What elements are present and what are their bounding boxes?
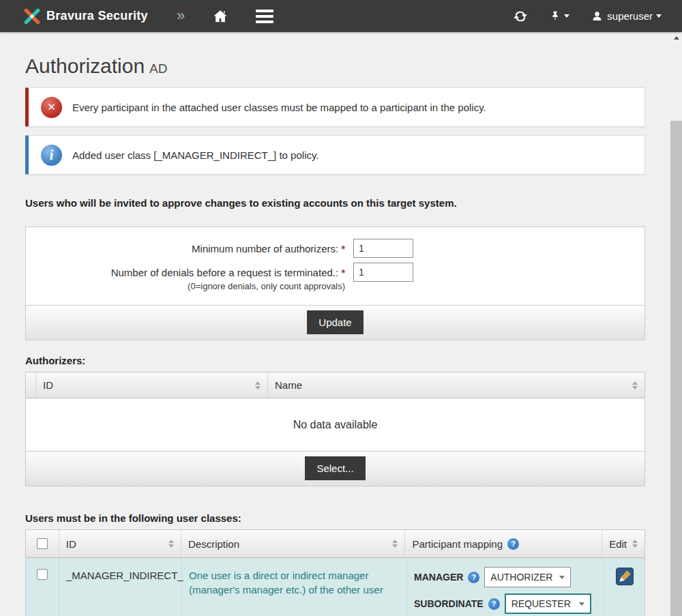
min-authorizers-row: Minimum number of authorizers:* (26, 239, 644, 258)
info-icon: i (41, 145, 62, 166)
authorizers-table-header: ID Name (26, 372, 644, 398)
home-icon[interactable] (212, 9, 228, 24)
user-caret-icon (656, 14, 662, 18)
user-menu[interactable]: superuser (591, 10, 662, 22)
settings-footer: Update (26, 305, 644, 340)
user-class-description: One user is a direct or indirect manager… (181, 558, 406, 616)
denials-hint: (0=ignore denials, only count approvals) (26, 281, 345, 293)
error-icon: ✕ (41, 97, 62, 118)
empty-table-message: No data available (26, 398, 644, 451)
min-authorizers-input[interactable] (353, 239, 413, 258)
authorizers-label: Authorizers: (25, 355, 645, 366)
sort-icon[interactable] (163, 540, 174, 548)
brand-name: Bravura Security (46, 9, 148, 23)
edit-cell (604, 558, 644, 616)
column-header-participant-mapping: Participant mapping ? (404, 530, 602, 557)
denials-row: Number of denials before a request is te… (26, 263, 644, 292)
help-icon[interactable]: ? (507, 538, 519, 550)
manager-mapping-row: MANAGER ? AUTHORIZER (414, 567, 597, 587)
sort-icon[interactable] (250, 381, 261, 390)
page-title-text: Authorization (25, 55, 145, 77)
column-header-id[interactable]: ID (35, 372, 267, 398)
edit-row-icon[interactable] (616, 568, 634, 616)
row-checkbox[interactable] (37, 569, 48, 580)
column-header-id[interactable]: ID (59, 530, 181, 557)
select-all-checkbox[interactable] (37, 538, 48, 549)
expand-breadcrumb-icon[interactable]: » (177, 7, 185, 25)
scrollbar-thumb[interactable] (670, 121, 682, 616)
chevron-down-icon (559, 576, 565, 579)
manager-label: MANAGER (414, 572, 463, 583)
spacer-column (26, 372, 35, 398)
bravura-logo-icon (23, 8, 41, 25)
user-classes-table: ID Description Participant mapping ? Edi… (25, 529, 645, 616)
help-icon[interactable]: ? (468, 572, 479, 583)
subordinate-label: SUBORDINATE (414, 598, 484, 609)
subordinate-mapping-row: SUBORDINATE ? REQUESTER (414, 593, 597, 614)
user-classes-label: Users must be in the following user clas… (25, 512, 645, 524)
app-window: Bravura Security » (0, 0, 682, 616)
authorizer-settings-panel: Minimum number of authorizers:* Number o… (25, 226, 645, 340)
error-alert-text: Every participant in the attached user c… (72, 102, 486, 113)
sort-icon[interactable] (627, 540, 638, 548)
info-alert-text: Added user class [_MANAGER_INDIRECT_] to… (72, 149, 319, 161)
select-authorizers-button[interactable]: Select... (305, 456, 365, 480)
manager-mapping-select[interactable]: AUTHORIZER (484, 567, 571, 587)
denials-input[interactable] (353, 263, 413, 282)
participant-mapping-cell: MANAGER ? AUTHORIZER SUBORDINATE ? REQUE… (406, 558, 604, 616)
section-description: Users who will be invited to approve cha… (25, 197, 645, 209)
error-alert: ✕ Every participant in the attached user… (25, 87, 645, 127)
scrollbar-up-arrow[interactable] (670, 32, 682, 44)
min-authorizers-label: Minimum number of authorizers:* (26, 239, 345, 256)
main-content: AuthorizationAD ✕ Every participant in t… (25, 55, 645, 616)
page-scrollbar[interactable] (670, 32, 682, 616)
user-class-row: _MANAGER_INDIRECT_ One user is a direct … (26, 558, 644, 616)
info-alert: i Added user class [_MANAGER_INDIRECT_] … (25, 135, 645, 175)
sort-icon[interactable] (387, 540, 398, 548)
menu-icon[interactable] (256, 10, 273, 23)
top-navbar: Bravura Security » (0, 0, 682, 32)
subordinate-mapping-select[interactable]: REQUESTER (505, 593, 591, 614)
select-all-cell (26, 530, 59, 557)
sort-icon[interactable] (627, 381, 638, 390)
refresh-icon[interactable] (513, 9, 528, 24)
authorizers-footer: Select... (26, 451, 644, 486)
user-icon (591, 10, 603, 22)
column-header-name[interactable]: Name (267, 372, 644, 398)
brand-home-link[interactable]: Bravura Security (23, 8, 148, 25)
update-settings-button[interactable]: Update (307, 310, 363, 334)
page-subtitle: AD (149, 61, 167, 76)
user-name: superuser (607, 10, 653, 22)
user-class-id: _MANAGER_INDIRECT_ (59, 558, 181, 616)
chevron-down-icon (579, 602, 584, 606)
column-header-edit[interactable]: Edit (602, 530, 644, 557)
page-title: AuthorizationAD (25, 55, 645, 78)
denials-label: Number of denials before a request is te… (26, 263, 345, 292)
authorizers-table: ID Name No data available Select... (25, 372, 645, 486)
column-header-description[interactable]: Description (181, 530, 404, 557)
help-icon[interactable]: ? (488, 598, 500, 610)
pin-icon (550, 10, 561, 23)
pin-menu[interactable] (550, 10, 569, 23)
row-checkbox-cell (26, 558, 59, 616)
user-classes-table-header: ID Description Participant mapping ? Edi… (26, 530, 644, 558)
pin-caret-icon (564, 14, 569, 18)
